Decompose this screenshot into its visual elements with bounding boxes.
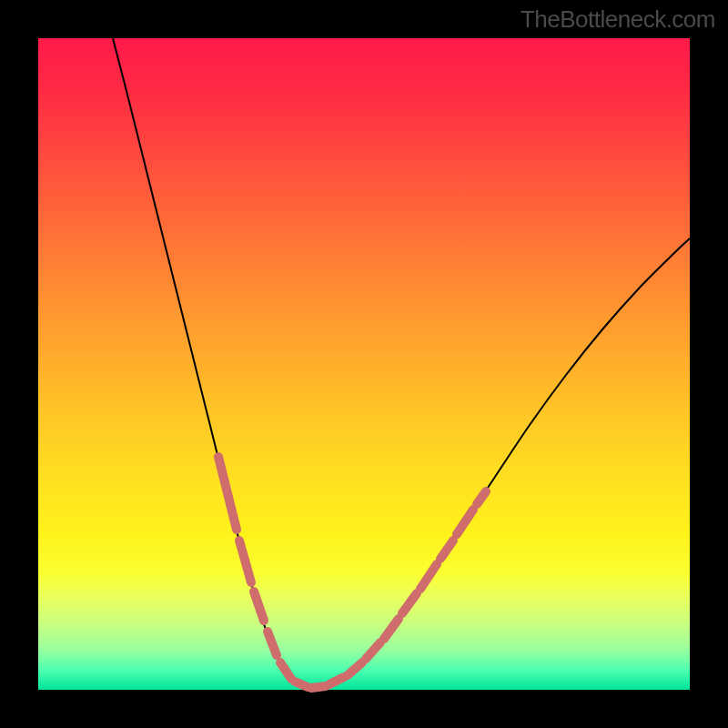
highlight-segment bbox=[295, 682, 308, 687]
highlight-segment bbox=[239, 541, 251, 582]
highlight-segment bbox=[218, 457, 237, 530]
highlight-segment bbox=[280, 662, 291, 679]
bottleneck-curve bbox=[113, 38, 690, 688]
highlight-segment bbox=[329, 677, 344, 684]
chart-frame: TheBottleneck.com bbox=[0, 0, 728, 728]
highlight-segment bbox=[402, 593, 417, 613]
highlight-segment bbox=[366, 642, 380, 659]
highlight-segment bbox=[254, 592, 264, 621]
highlight-segment bbox=[420, 564, 437, 589]
highlight-segment bbox=[477, 491, 486, 504]
highlight-left bbox=[218, 457, 291, 679]
highlight-segment bbox=[268, 632, 277, 655]
highlight-segment bbox=[440, 541, 453, 559]
curve-svg bbox=[38, 38, 690, 690]
plot-area bbox=[38, 38, 690, 690]
highlight-segment bbox=[457, 510, 473, 534]
highlight-segment bbox=[384, 619, 399, 639]
highlight-segment bbox=[311, 686, 326, 688]
highlight-right bbox=[348, 491, 486, 675]
highlight-bottom bbox=[295, 677, 344, 688]
highlight-segment bbox=[348, 662, 362, 675]
watermark-text: TheBottleneck.com bbox=[521, 5, 715, 34]
